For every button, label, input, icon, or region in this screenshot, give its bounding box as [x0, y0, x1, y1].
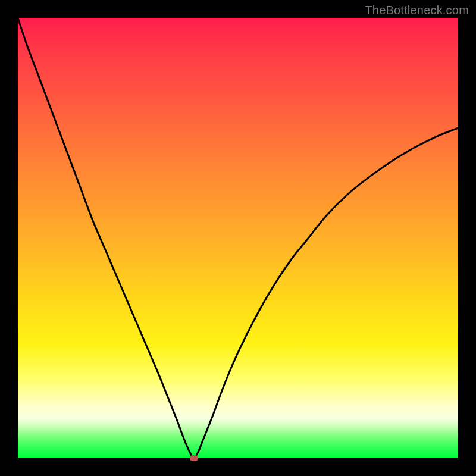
plot-area	[18, 18, 458, 458]
chart-frame: TheBottleneck.com	[0, 0, 476, 476]
watermark-text: TheBottleneck.com	[365, 4, 469, 17]
bottleneck-curve	[18, 18, 458, 458]
minimum-marker-icon	[190, 455, 198, 461]
